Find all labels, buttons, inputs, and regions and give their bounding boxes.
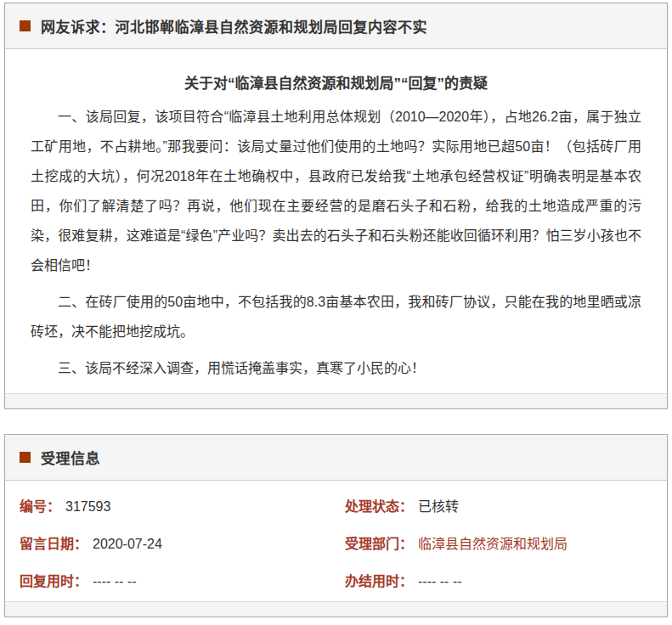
complaint-card-title: 网友诉求：河北邯郸临漳县自然资源和规划局回复内容不实	[41, 15, 427, 37]
field-process-status: 处理状态：已核转	[345, 494, 650, 520]
field-message-date: 留言日期：2020-07-24	[20, 532, 345, 557]
acceptance-fields-grid: 编号：317593 处理状态：已核转 留言日期：2020-07-24 受理部门：…	[20, 494, 650, 594]
complaint-card-footer	[5, 393, 667, 408]
field-message-date-value: 2020-07-24	[93, 537, 162, 551]
square-bullet-icon	[20, 20, 31, 31]
complaint-card: 网友诉求：河北邯郸临漳县自然资源和规划局回复内容不实 关于对“临漳县自然资源和规…	[4, 3, 668, 409]
field-case-number-value: 317593	[65, 499, 110, 514]
field-completion-duration-label: 办结用时：	[345, 574, 413, 588]
acceptance-card-title: 受理信息	[41, 447, 100, 468]
acceptance-info-card: 受理信息 编号：317593 处理状态：已核转 留言日期：2020-07-24 …	[4, 434, 668, 617]
field-accepting-department-label: 受理部门：	[345, 537, 413, 551]
field-reply-duration: 回复用时：---- -- --	[20, 569, 345, 594]
complaint-card-header: 网友诉求：河北邯郸临漳县自然资源和规划局回复内容不实	[5, 3, 667, 49]
complaint-content-title: 关于对“临漳县自然资源和规划局”“回复”的责疑	[31, 71, 641, 97]
field-reply-duration-value: ---- -- --	[93, 574, 137, 588]
square-bullet-icon	[20, 452, 31, 463]
acceptance-body: 编号：317593 处理状态：已核转 留言日期：2020-07-24 受理部门：…	[5, 481, 667, 601]
field-process-status-label: 处理状态：	[345, 499, 413, 514]
complaint-body: 关于对“临漳县自然资源和规划局”“回复”的责疑 一、该局回复，该项目符合“临漳县…	[5, 49, 667, 393]
complaint-paragraph-1: 一、该局回复，该项目符合“临漳县土地利用总体规划（2010—2020年），占地2…	[31, 102, 641, 280]
field-accepting-department-value: 临漳县自然资源和规划局	[418, 537, 568, 551]
field-reply-duration-label: 回复用时：	[20, 574, 88, 588]
field-message-date-label: 留言日期：	[20, 537, 88, 551]
field-case-number: 编号：317593	[20, 494, 345, 520]
field-case-number-label: 编号：	[20, 499, 60, 514]
complaint-paragraph-3: 三、该局不经深入调查，用慌话掩盖事实，真寒了小民的心！	[31, 353, 641, 383]
field-completion-duration-value: ---- -- --	[418, 574, 462, 588]
field-process-status-value: 已核转	[418, 499, 459, 514]
field-completion-duration: 办结用时：---- -- --	[345, 569, 650, 594]
field-accepting-department: 受理部门：临漳县自然资源和规划局	[345, 532, 650, 557]
acceptance-card-footer	[5, 601, 667, 617]
acceptance-card-header: 受理信息	[5, 435, 667, 481]
complaint-paragraph-2: 二、在砖厂使用的50亩地中，不包括我的8.3亩基本农田，我和砖厂协议，只能在我的…	[31, 287, 641, 346]
